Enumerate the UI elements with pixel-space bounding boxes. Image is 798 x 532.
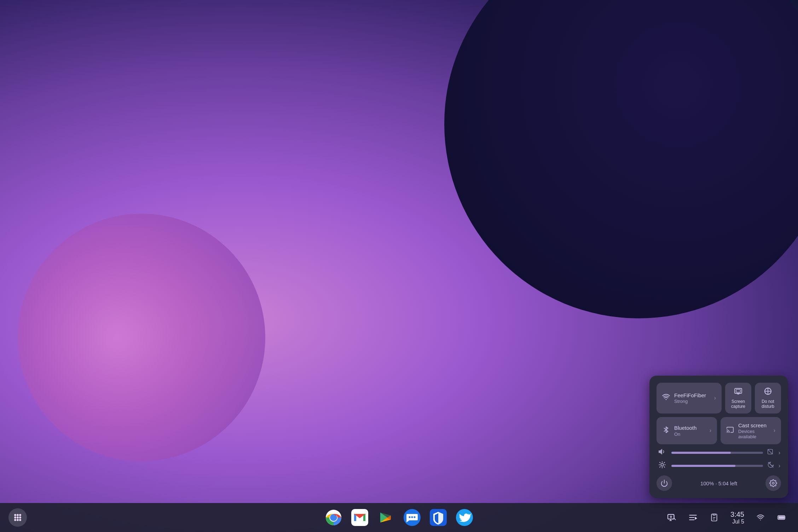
svg-point-24 (772, 482, 774, 484)
volume-slider-row: › (657, 448, 781, 457)
brightness-slider-fill (671, 465, 735, 467)
svg-line-21 (664, 462, 665, 463)
screen-capture-tile[interactable]: Screen capture (725, 383, 751, 414)
cast-screen-tile[interactable]: Cast screen Devices available › (721, 417, 781, 445)
svg-point-0 (666, 399, 667, 400)
qs-row-1: FeeFiFoFiber Strong › Screen capture (657, 383, 781, 414)
svg-point-29 (17, 516, 19, 519)
svg-rect-1 (735, 388, 742, 393)
messages-app-icon[interactable] (402, 508, 422, 527)
wifi-strength: Strong (674, 399, 710, 404)
cast-screen-label: Cast screen (738, 422, 769, 429)
svg-point-31 (14, 519, 16, 521)
bluetooth-arrow-icon: › (710, 427, 711, 434)
bluetooth-icon (662, 426, 670, 435)
brightness-expand-icon[interactable]: › (779, 463, 780, 469)
battery-status: 100% · 5:04 left (700, 480, 737, 486)
taskbar: 3:45 Jul 5 (0, 503, 798, 532)
brightness-slider-track[interactable] (671, 465, 763, 467)
wifi-tile[interactable]: FeeFiFoFiber Strong › (657, 383, 722, 414)
svg-point-26 (17, 514, 19, 516)
bitwarden-app-icon[interactable] (428, 508, 448, 527)
svg-point-60 (760, 520, 761, 520)
cast-screen-status: Devices available (738, 429, 769, 439)
bluetooth-tile[interactable]: Bluetooth On › (657, 417, 717, 445)
svg-rect-47 (668, 514, 674, 519)
clock-display: 3:45 (730, 510, 744, 519)
svg-point-28 (14, 516, 16, 519)
date-display: Jul 5 (732, 519, 744, 525)
svg-point-25 (14, 514, 16, 516)
cast-screen-arrow-icon: › (774, 427, 775, 434)
play-app-icon[interactable] (376, 508, 396, 527)
svg-rect-4 (736, 389, 740, 392)
svg-rect-2 (737, 393, 740, 394)
battery-tray-icon[interactable] (774, 510, 790, 525)
bluetooth-label: Bluetooth (674, 424, 705, 432)
chrome-app-icon[interactable] (324, 508, 343, 527)
cast-screen-tile-text: Cast screen Devices available (738, 422, 769, 440)
svg-line-17 (664, 467, 665, 467)
svg-marker-10 (659, 450, 662, 454)
svg-point-33 (19, 519, 21, 521)
gmail-app-icon[interactable] (350, 508, 370, 527)
svg-line-16 (660, 462, 660, 463)
do-not-disturb-tile[interactable]: Do not disturb (755, 383, 781, 414)
svg-rect-3 (738, 394, 739, 394)
twitter-app-icon[interactable] (455, 508, 474, 527)
svg-point-51 (670, 516, 672, 517)
svg-rect-62 (779, 516, 784, 519)
svg-point-9 (727, 432, 727, 433)
clipboard-tray-icon[interactable] (706, 510, 722, 525)
svg-line-12 (768, 449, 772, 454)
wifi-tile-text: FeeFiFoFiber Strong (674, 392, 710, 404)
volume-slider-fill (671, 452, 731, 454)
wifi-ssid: FeeFiFoFiber (674, 392, 710, 399)
playlist-tray-icon[interactable] (685, 510, 701, 525)
screen-capture-label: Screen capture (728, 399, 748, 409)
svg-point-30 (19, 516, 21, 519)
do-not-disturb-icon (764, 387, 772, 398)
quick-settings-panel: FeeFiFoFiber Strong › Screen capture (649, 376, 788, 498)
taskbar-right: 3:45 Jul 5 (664, 509, 790, 526)
volume-icon (657, 448, 667, 457)
svg-line-20 (660, 467, 660, 467)
svg-marker-56 (695, 517, 697, 520)
svg-point-32 (17, 519, 19, 521)
launcher-button[interactable] (8, 508, 27, 527)
svg-point-43 (411, 516, 413, 518)
bluetooth-status: On (674, 432, 705, 437)
wifi-status-tray-icon[interactable] (753, 510, 768, 525)
screenshot-tray-icon[interactable] (664, 510, 680, 525)
volume-mute-icon[interactable] (767, 448, 774, 457)
power-button[interactable] (657, 475, 672, 491)
cast-screen-icon (726, 426, 734, 435)
wifi-arrow-icon: › (714, 395, 716, 401)
bluetooth-tile-text: Bluetooth On (674, 424, 705, 437)
volume-slider-track[interactable] (671, 452, 763, 454)
do-not-disturb-label: Do not disturb (758, 399, 778, 409)
volume-expand-icon[interactable]: › (779, 450, 780, 456)
svg-point-42 (409, 516, 411, 518)
svg-point-44 (414, 516, 416, 518)
svg-line-52 (674, 518, 676, 520)
brightness-slider-row: › (657, 461, 781, 470)
qs-row-2: Bluetooth On › Cast screen Devices avail… (657, 417, 781, 445)
svg-point-13 (661, 463, 663, 466)
wifi-icon (662, 393, 670, 403)
night-mode-icon[interactable] (767, 461, 774, 470)
qs-bottom-bar: 100% · 5:04 left (657, 474, 781, 491)
screen-capture-icon (734, 387, 742, 398)
svg-point-36 (331, 515, 336, 520)
settings-button[interactable] (765, 475, 781, 491)
svg-point-27 (19, 514, 21, 516)
svg-rect-48 (668, 514, 674, 519)
clock-date-area[interactable]: 3:45 Jul 5 (728, 509, 747, 526)
brightness-icon (657, 461, 667, 470)
